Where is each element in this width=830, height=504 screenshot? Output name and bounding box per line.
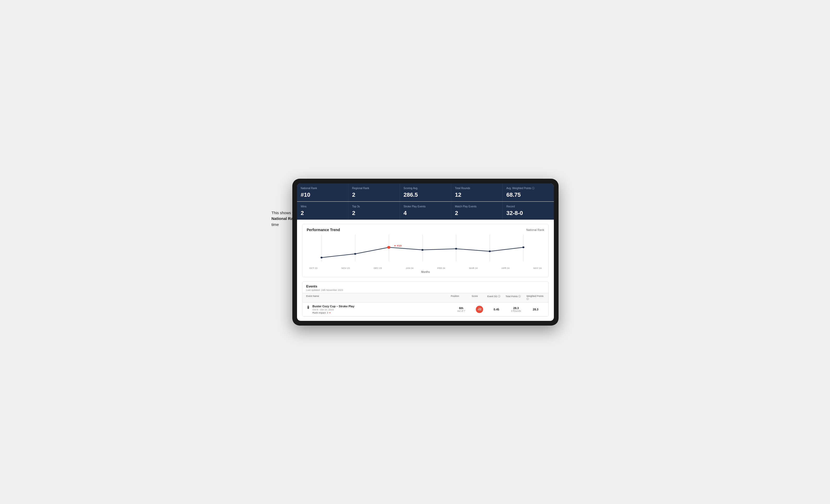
stat-match-play-label: Match Play Events <box>455 205 499 208</box>
stat-top3s: Top 3s 2 <box>348 202 400 220</box>
stat-stroke-play-value: 4 <box>404 210 447 216</box>
table-row: Buster Cozy Cup – Stroke Play Oct 9 - Oc… <box>302 303 548 316</box>
event-date: Oct 9 - Oct 10, 2023 <box>312 308 354 311</box>
stats-row-1: National Rank #10 Regional Rank 2 Scorin… <box>297 183 554 201</box>
event-name-cell: Buster Cozy Cup – Stroke Play Oct 9 - Oc… <box>306 305 451 314</box>
event-position: 6th out of 7 <box>451 306 472 312</box>
rank-impact-text: Rank Impact: 3 <box>312 311 329 314</box>
stat-total-rounds-label: Total Rounds <box>455 187 499 190</box>
weighted-points-cell: 28.3 <box>526 308 545 311</box>
svg-point-11 <box>421 249 424 251</box>
x-label-jan24: JAN 24 <box>406 267 414 269</box>
svg-point-18 <box>308 308 309 309</box>
stat-national-rank-value: #10 <box>301 192 345 198</box>
chart-x-title: Months <box>307 271 544 273</box>
stat-national-rank-label: National Rank <box>301 187 345 190</box>
stat-total-rounds: Total Rounds 12 <box>451 183 503 201</box>
tablet-device: National Rank #10 Regional Rank 2 Scorin… <box>292 179 558 326</box>
x-label-may24: MAY 24 <box>534 267 542 269</box>
stat-wins-label: Wins <box>301 205 345 208</box>
svg-point-13 <box>489 250 491 252</box>
chart-x-labels: OCT 23 NOV 23 DEC 23 JAN 24 FEB 24 MAR 2… <box>307 267 544 269</box>
event-rank-impact: Rank Impact: 3 ▼ <box>312 311 354 314</box>
col-event-name: Event Name <box>306 295 451 301</box>
stat-scoring-avg: Scoring Avg. 286.5 <box>400 183 451 201</box>
stat-wins: Wins 2 <box>297 202 348 220</box>
svg-point-9 <box>354 253 356 255</box>
chart-area: ● #10 <box>307 235 544 266</box>
stats-row-2: Wins 2 Top 3s 2 Stroke Play Events 4 Mat… <box>297 202 554 220</box>
scene: This shows you your National Rank trend … <box>272 179 558 326</box>
events-section: Events Last updated: 24th November 2023 … <box>302 281 549 317</box>
x-label-mar24: MAR 24 <box>469 267 478 269</box>
tablet-screen: National Rank #10 Regional Rank 2 Scorin… <box>297 183 554 321</box>
score-badge: -22 <box>476 306 483 313</box>
event-sg-cell: 0.45 <box>487 308 506 311</box>
event-name: Buster Cozy Cup – Stroke Play <box>312 305 354 308</box>
perf-title: Performance Trend <box>307 228 340 232</box>
col-event-sg: Event SG ⓘ <box>487 295 506 301</box>
stat-stroke-play: Stroke Play Events 4 <box>400 202 451 220</box>
golf-bag-icon <box>306 305 310 309</box>
position-sub: out of 7 <box>451 310 472 312</box>
svg-point-12 <box>455 248 457 250</box>
svg-point-14 <box>522 246 524 248</box>
stat-regional-rank-value: 2 <box>352 192 396 198</box>
perf-header: Performance Trend National Rank <box>307 228 544 232</box>
stat-regional-rank: Regional Rank 2 <box>348 183 400 201</box>
performance-chart: ● #10 <box>307 235 544 266</box>
stat-record-label: Record <box>506 205 550 208</box>
rank-arrow-icon: ▼ <box>329 312 331 314</box>
svg-rect-17 <box>308 306 309 307</box>
event-info: Buster Cozy Cup – Stroke Play Oct 9 - Oc… <box>312 305 354 314</box>
stat-scoring-avg-label: Scoring Avg. <box>404 187 447 190</box>
stat-avg-weighted-label: Avg. Weighted Points ⓘ <box>506 187 550 190</box>
events-title: Events <box>306 284 545 288</box>
stat-regional-rank-label: Regional Rank <box>352 187 396 190</box>
perf-label: National Rank <box>526 228 544 231</box>
stat-avg-weighted: Avg. Weighted Points ⓘ 68.75 <box>503 183 554 201</box>
stat-top3s-label: Top 3s <box>352 205 396 208</box>
events-header: Events Last updated: 24th November 2023 <box>302 282 548 293</box>
col-position: Position <box>451 295 472 301</box>
performance-section: Performance Trend National Rank <box>302 224 549 277</box>
events-column-headers: Event Name Position Score Event SG ⓘ Tot… <box>302 293 548 303</box>
col-weighted-points: Weighted Points ⓘ <box>526 295 545 301</box>
stat-avg-weighted-value: 68.75 <box>506 192 550 198</box>
svg-point-10 <box>387 246 390 248</box>
svg-point-8 <box>321 257 323 259</box>
stat-record-value: 32-8-0 <box>506 210 550 216</box>
position-value: 6th <box>451 306 472 310</box>
stat-total-rounds-value: 12 <box>455 192 499 198</box>
weighted-points-value: 28.3 <box>526 308 545 311</box>
total-points-value: 28.3 <box>506 306 526 310</box>
stat-match-play-value: 2 <box>455 210 499 216</box>
x-label-oct23: OCT 23 <box>309 267 317 269</box>
stat-stroke-play-label: Stroke Play Events <box>404 205 447 208</box>
event-sg-value: 0.45 <box>487 308 506 311</box>
stat-top3s-value: 2 <box>352 210 396 216</box>
col-score: Score <box>472 295 487 301</box>
stat-national-rank: National Rank #10 <box>297 183 348 201</box>
svg-text:● #10: ● #10 <box>394 244 402 247</box>
stat-record: Record 32-8-0 <box>503 202 554 220</box>
x-label-dec23: DEC 23 <box>374 267 382 269</box>
event-score-cell: -22 <box>472 306 487 313</box>
x-label-apr24: APR 24 <box>501 267 509 269</box>
stat-scoring-avg-value: 286.5 <box>404 192 447 198</box>
stat-match-play: Match Play Events 2 <box>451 202 503 220</box>
content-area: Performance Trend National Rank <box>297 220 554 321</box>
events-subtitle: Last updated: 24th November 2023 <box>306 289 545 292</box>
x-label-nov23: NOV 23 <box>341 267 350 269</box>
x-label-feb24: FEB 24 <box>438 267 445 269</box>
total-points-cell: 28.3 3 Rounds <box>506 306 526 312</box>
total-points-sub: 3 Rounds <box>506 310 526 312</box>
stat-wins-value: 2 <box>301 210 345 216</box>
col-total-points: Total Points ⓘ <box>506 295 526 301</box>
